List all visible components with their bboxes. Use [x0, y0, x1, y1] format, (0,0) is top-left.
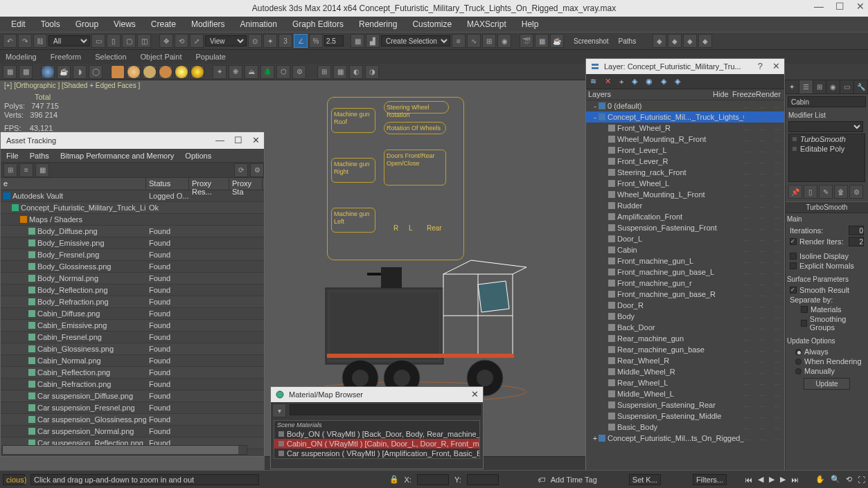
- asset-list-icon[interactable]: ≡: [19, 163, 33, 177]
- iso-check[interactable]: [790, 253, 797, 260]
- ribbon-selection[interactable]: Selection: [95, 53, 126, 61]
- col-status[interactable]: Status: [146, 178, 189, 190]
- asset-refresh-icon[interactable]: ⟳: [234, 163, 248, 177]
- teapot-icon[interactable]: ☕: [57, 65, 71, 79]
- play-end-icon[interactable]: ⏭: [791, 476, 799, 484]
- asset-menu-bitmap[interactable]: Bitmap Performance and Memory: [60, 152, 174, 160]
- rend-input[interactable]: [849, 237, 864, 246]
- asset-row[interactable]: Cabin_Normal.pngFound: [1, 355, 264, 367]
- asset-row[interactable]: Maps / Shaders: [1, 214, 264, 226]
- stack-show-icon[interactable]: ▯: [804, 185, 817, 199]
- layer-row[interactable]: Door_L………: [586, 233, 784, 244]
- material-item[interactable]: Car suspension ( VRayMtl ) [Amplificatio…: [274, 449, 479, 458]
- asset-max-button[interactable]: ☐: [234, 135, 242, 145]
- col-proxy-sta[interactable]: Proxy Sta: [229, 178, 263, 190]
- close-button[interactable]: ✕: [856, 1, 865, 11]
- asset-row[interactable]: Car suspension_Fresnel.pngFound: [1, 402, 264, 414]
- scale-button[interactable]: ⤢: [190, 34, 204, 48]
- layer-row[interactable]: Wheel_Mounting_R_Front………: [586, 134, 784, 145]
- snap-button[interactable]: 3: [278, 34, 292, 48]
- menu-modifiers[interactable]: Modifiers: [184, 18, 232, 30]
- menu-graph-editors[interactable]: Graph Editors: [285, 18, 351, 30]
- menu-edit[interactable]: Edit: [4, 18, 33, 30]
- std-box-icon[interactable]: [111, 65, 125, 79]
- rig-steering[interactable]: Steering Wheel Rotation: [384, 101, 449, 114]
- layer-row[interactable]: Suspension_Fastening_Rear………: [586, 399, 784, 410]
- asset-row[interactable]: Body_Fresnel.pngFound: [1, 249, 264, 261]
- dyn-icon[interactable]: ⚙: [292, 65, 306, 79]
- mat-close-button[interactable]: ✕: [471, 389, 479, 399]
- layer-add-icon[interactable]: +: [619, 78, 623, 86]
- menu-maxscript[interactable]: MAXScript: [460, 18, 513, 30]
- nav-orbit-icon[interactable]: ⟲: [846, 475, 852, 484]
- material-editor-button[interactable]: ◉: [497, 34, 511, 48]
- sg-check[interactable]: [801, 320, 807, 327]
- modifier-dropdown[interactable]: [788, 121, 863, 132]
- mat-search-input[interactable]: [290, 404, 481, 415]
- move-button[interactable]: ✥: [159, 34, 173, 48]
- layer-row[interactable]: Cabin………: [586, 244, 784, 255]
- align-button[interactable]: ▦: [351, 34, 364, 48]
- poly-icon[interactable]: ▦: [3, 65, 17, 79]
- truck-mesh[interactable]: [298, 246, 547, 406]
- asset-row[interactable]: Cabin_Diffuse.pngFound: [1, 308, 264, 320]
- menu-animation[interactable]: Animation: [233, 18, 284, 30]
- layer-row[interactable]: -Concept_Futuristic_Mil..._Truck_Lights_…: [586, 111, 784, 123]
- material-item[interactable]: Body_ON ( VRayMtl ) [Back_Door, Body, Re…: [274, 429, 479, 439]
- rig-mg-roof[interactable]: Machine gun Roof: [331, 108, 375, 133]
- asset-row[interactable]: Body_Diffuse.pngFound: [1, 226, 264, 237]
- layer-del-icon[interactable]: ✕: [605, 77, 611, 86]
- asset-menu-file[interactable]: File: [6, 152, 19, 160]
- object-name-field[interactable]: Cabin: [788, 96, 866, 107]
- mat-opts-icon[interactable]: ▾: [272, 404, 286, 417]
- sphere-icon[interactable]: [41, 65, 55, 79]
- modifier-stack[interactable]: TurboSmoothEditable Poly: [788, 134, 865, 182]
- paths-label[interactable]: Paths: [619, 37, 637, 45]
- stack-item[interactable]: TurboSmooth: [789, 134, 865, 144]
- asset-row[interactable]: Car suspension_Diffuse.pngFound: [1, 390, 264, 402]
- layer-row[interactable]: Suspension_Fastening_Middle………: [586, 410, 784, 422]
- asset-menu-options[interactable]: Options: [185, 152, 211, 160]
- std-torus-icon[interactable]: [159, 65, 172, 79]
- layer-sel-icon[interactable]: ◈: [632, 77, 637, 86]
- layer-row[interactable]: Middle_Wheel_R………: [586, 366, 784, 377]
- rotate-button[interactable]: ⟲: [175, 34, 188, 48]
- smooth-check[interactable]: [790, 287, 797, 293]
- rig-rot-wheels[interactable]: Rotation Of Wheels: [384, 122, 446, 134]
- layer-button[interactable]: ≡: [452, 34, 466, 48]
- setkey-button[interactable]: Set K...: [629, 474, 661, 485]
- layer-row[interactable]: Suspension_Fastening_Front………: [586, 222, 784, 233]
- asset-row[interactable]: Concept_Futuristic_Military_Truck_Lights…: [1, 202, 264, 214]
- capsule-icon[interactable]: ◗: [73, 65, 87, 79]
- layer-row[interactable]: Front_Wheel_L………: [586, 178, 784, 189]
- layer-row[interactable]: Steering_rack_Front………: [586, 167, 784, 178]
- named-sel-set[interactable]: Create Selection S: [381, 35, 450, 46]
- vray-button-3[interactable]: ◆: [683, 34, 697, 48]
- ref-coord-system[interactable]: View: [205, 35, 247, 46]
- asset-row[interactable]: Cabin_Glossiness.pngFound: [1, 343, 264, 355]
- layer-row[interactable]: +Concept_Futuristic_Mil...ts_On_Rigged_c…: [586, 433, 784, 444]
- asset-menu-paths[interactable]: Paths: [30, 152, 49, 160]
- asset-close-button[interactable]: ✕: [252, 135, 260, 145]
- rend-iter-check[interactable]: [790, 238, 797, 245]
- mat-group-header[interactable]: Scene Materials: [274, 421, 479, 429]
- play-icon[interactable]: ▶: [769, 475, 774, 484]
- maxscript-output[interactable]: cious): [3, 474, 25, 485]
- lock-icon[interactable]: 🔒: [389, 475, 399, 484]
- undo-button[interactable]: ↶: [3, 34, 17, 48]
- ribbon-object-paint[interactable]: Object Paint: [141, 53, 182, 61]
- layer-col-name[interactable]: Layers: [586, 89, 711, 100]
- menu-rendering[interactable]: Rendering: [352, 18, 404, 30]
- layer-new-icon[interactable]: ≋: [590, 77, 596, 86]
- rect-select-button[interactable]: ▢: [122, 34, 136, 48]
- rig-mg-right[interactable]: Machine gun Right: [331, 158, 375, 183]
- rollout-turbosmooth[interactable]: TurboSmooth: [786, 201, 868, 213]
- tab-util[interactable]: 🔧: [854, 80, 868, 93]
- filters-button[interactable]: Filters...: [693, 474, 727, 485]
- ribbon-modeling[interactable]: Modeling: [6, 53, 37, 61]
- layer-row[interactable]: Middle_Wheel_L………: [586, 388, 784, 399]
- layer-col-render[interactable]: Render: [754, 89, 777, 100]
- layer-row[interactable]: Body………: [586, 311, 784, 322]
- particle-icon[interactable]: ✦: [213, 65, 227, 79]
- stack-pin-icon[interactable]: 📌: [788, 185, 802, 199]
